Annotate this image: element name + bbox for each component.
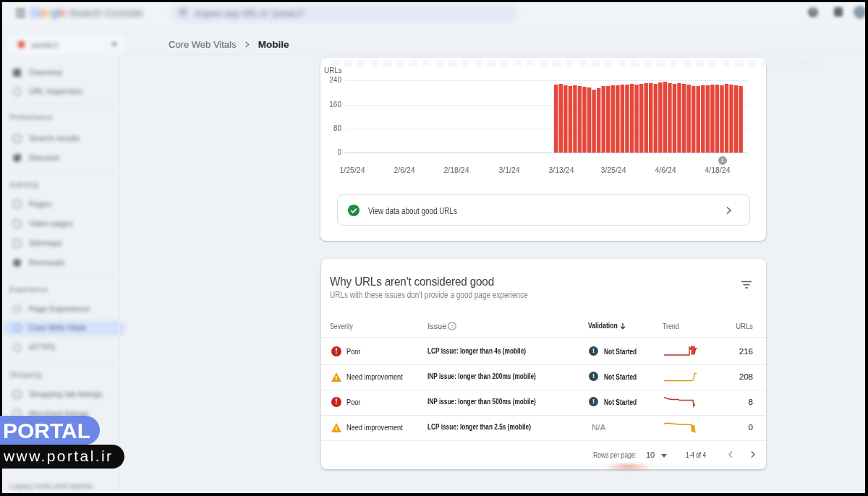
svg-text:?: ? [451,323,454,330]
